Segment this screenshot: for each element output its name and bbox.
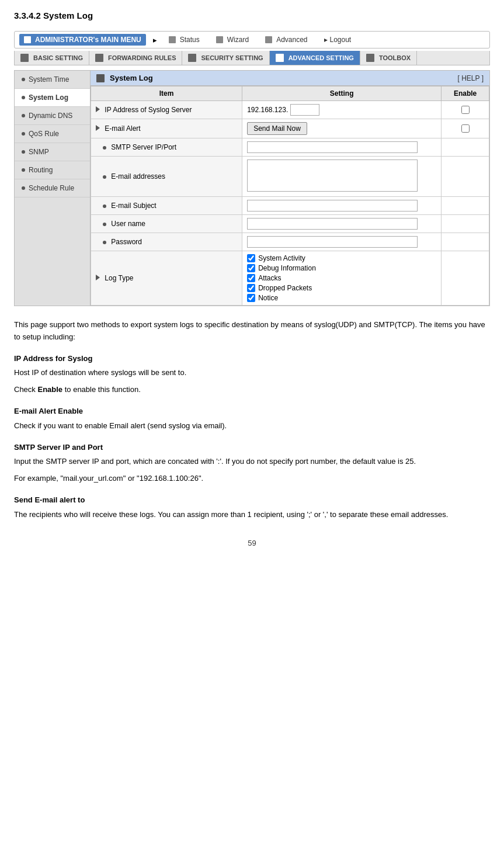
subnav-forwarding-rules[interactable]: FORWARDING RULES (89, 51, 183, 65)
log-type-system-activity[interactable]: System Activity (247, 254, 436, 262)
checkbox-dropped-packets[interactable] (247, 284, 255, 292)
ip-prefix: 192.168.123. (247, 106, 288, 114)
log-type-debug-info[interactable]: Debug Information (247, 264, 436, 272)
nav-admin-menu[interactable]: ADMINISTRATOR's MAIN MENU (19, 34, 146, 46)
subnav-advanced-setting[interactable]: ADVANCED SETTING (270, 51, 360, 65)
col-header-item: Item (91, 86, 242, 101)
sidebar: System Time System Log Dynamic DNS QoS R… (15, 71, 91, 306)
sidebar-item-system-time[interactable]: System Time (15, 71, 90, 89)
logout-icon: ▸ (324, 36, 328, 44)
dot-icon (22, 168, 25, 172)
smtp-server-input[interactable] (247, 141, 418, 153)
item-cell-log-type: Log Type (91, 251, 242, 306)
page-title: 3.3.4.2 System Log (14, 11, 490, 20)
enable-checkbox-email-alert[interactable] (461, 124, 470, 133)
nav-sep-1: ▸ (153, 36, 157, 44)
security-setting-icon (188, 54, 196, 62)
sidebar-item-qos-rule[interactable]: QoS Rule (15, 125, 90, 143)
config-table: Item Setting Enable IP Address of Syslog… (91, 86, 489, 306)
enable-cell-email-alert (442, 119, 489, 138)
dot-icon (22, 186, 25, 190)
setting-cell-email-subject (242, 197, 442, 215)
sidebar-item-dynamic-dns[interactable]: Dynamic DNS (15, 107, 90, 125)
dot-icon (22, 132, 25, 136)
sidebar-item-routing[interactable]: Routing (15, 161, 90, 179)
enable-cell-email-addr (442, 157, 489, 197)
arrow-icon (96, 106, 100, 112)
para-check-enable: Check Enable to enable this function. (14, 384, 490, 396)
checkbox-attacks[interactable] (247, 274, 255, 282)
enable-cell-ip-syslog (442, 101, 489, 119)
email-subject-input[interactable] (247, 200, 418, 211)
setting-cell-email-alert: Send Mail Now (242, 119, 442, 138)
setting-cell-smtp (242, 138, 442, 157)
toolbox-icon (366, 54, 374, 62)
enable-checkbox-ip-syslog[interactable] (461, 106, 470, 114)
enable-cell-email-subject (442, 197, 489, 215)
table-row: Password (91, 233, 489, 251)
advanced-setting-icon (276, 54, 284, 62)
item-cell-email-alert: E-mail Alert (91, 119, 242, 138)
log-type-attacks[interactable]: Attacks (247, 274, 436, 282)
setting-cell-email-addr (242, 157, 442, 197)
subnav-toolbox[interactable]: TOOLBOX (360, 51, 417, 65)
para-email-alert: Check if you want to enable Email alert … (14, 420, 490, 432)
sidebar-item-system-log[interactable]: System Log (15, 89, 90, 107)
item-cell-smtp: SMTP Server IP/Port (91, 138, 242, 157)
nav-status[interactable]: Status (164, 34, 204, 46)
bullet-icon (103, 223, 106, 226)
ip-last-octet-input[interactable] (290, 104, 319, 116)
bullet-icon (103, 241, 106, 244)
sidebar-item-snmp[interactable]: SNMP (15, 143, 90, 161)
username-input[interactable] (247, 218, 418, 230)
item-cell-email-subject: E-mail Subject (91, 197, 242, 215)
item-cell-password: Password (91, 233, 242, 251)
subnav-security-setting[interactable]: SECURITY SETTING (182, 51, 269, 65)
checkbox-notice[interactable] (247, 294, 255, 302)
page-number: 59 (14, 539, 490, 547)
col-header-setting: Setting (242, 86, 442, 101)
table-row: SMTP Server IP/Port (91, 138, 489, 157)
enable-cell-username (442, 215, 489, 233)
bold-enable: Enable (37, 385, 62, 394)
dot-icon (22, 96, 25, 99)
send-mail-now-button[interactable]: Send Mail Now (247, 122, 307, 135)
top-nav-bar: ADMINISTRATOR's MAIN MENU ▸ Status Wizar… (14, 31, 490, 48)
item-cell-username: User name (91, 215, 242, 233)
checkbox-debug-information[interactable] (247, 264, 255, 272)
setting-cell-username (242, 215, 442, 233)
heading-ip-syslog: IP Address for Syslog (14, 353, 490, 365)
bullet-icon (103, 204, 106, 208)
para-send-email: The recipients who will receive these lo… (14, 509, 490, 521)
enable-cell-log-type (442, 251, 489, 306)
advanced-icon (265, 36, 272, 43)
bullet-icon (103, 175, 106, 179)
subnav-basic-setting[interactable]: BASIC SETTING (15, 51, 89, 65)
system-log-icon (96, 74, 105, 82)
heading-send-email: Send E-mail alert to (14, 494, 490, 507)
bullet-icon (103, 146, 106, 150)
email-addresses-textarea[interactable] (247, 159, 418, 192)
help-link[interactable]: [ HELP ] (458, 74, 484, 82)
setting-cell-password (242, 233, 442, 251)
body-text: This page support two methods to export … (14, 319, 490, 521)
para-host-ip: Host IP of destination where syslogs wil… (14, 367, 490, 379)
setting-cell-log-type: System Activity Debug Information Attack… (242, 251, 442, 306)
password-input[interactable] (247, 236, 418, 248)
item-cell-ip-syslog: IP Address of Syslog Server (91, 101, 242, 119)
para-smtp-desc: Input the SMTP server IP and port, which… (14, 456, 490, 468)
enable-cell-password (442, 233, 489, 251)
log-type-notice[interactable]: Notice (247, 294, 436, 302)
nav-wizard[interactable]: Wizard (211, 34, 253, 46)
nav-logout[interactable]: ▸ Logout (319, 34, 356, 46)
main-layout: System Time System Log Dynamic DNS QoS R… (14, 70, 490, 306)
basic-setting-icon (20, 54, 29, 62)
table-row: E-mail Alert Send Mail Now (91, 119, 489, 138)
checkbox-system-activity[interactable] (247, 254, 255, 262)
intro-paragraph: This page support two methods to export … (14, 319, 490, 344)
nav-advanced[interactable]: Advanced (260, 34, 312, 46)
status-icon (169, 36, 176, 43)
sidebar-item-schedule-rule[interactable]: Schedule Rule (15, 179, 90, 197)
log-type-dropped-packets[interactable]: Dropped Packets (247, 284, 436, 292)
setting-cell-ip-syslog: 192.168.123. (242, 101, 442, 119)
